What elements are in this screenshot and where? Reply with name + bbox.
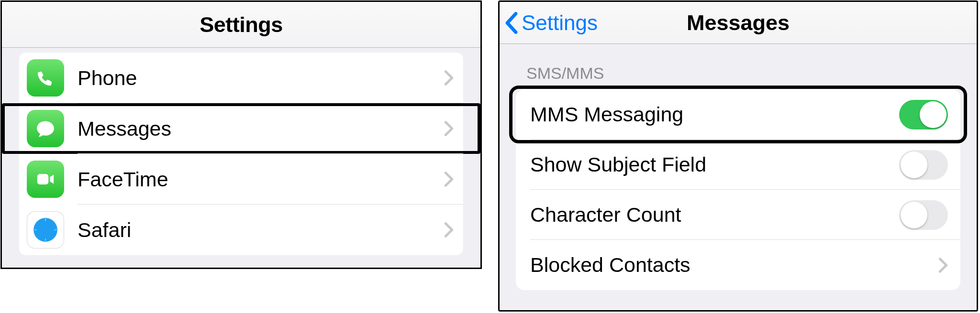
settings-row-label: Phone xyxy=(78,66,444,90)
toggle-mms-messaging[interactable] xyxy=(899,100,948,130)
chevron-right-icon xyxy=(938,257,948,273)
safari-icon xyxy=(27,211,64,248)
settings-title: Settings xyxy=(200,12,283,37)
messages-list: MMS Messaging Show Subject Field Charact… xyxy=(516,89,960,290)
toggle-character-count[interactable] xyxy=(899,200,948,230)
settings-row-safari[interactable]: Safari xyxy=(19,205,463,255)
row-character-count: Character Count xyxy=(516,190,960,240)
settings-row-messages[interactable]: Messages xyxy=(19,103,463,154)
row-label: Blocked Contacts xyxy=(530,253,938,277)
settings-titlebar: Settings xyxy=(2,2,480,48)
chevron-right-icon xyxy=(444,171,454,187)
back-button[interactable]: Settings xyxy=(504,2,598,43)
chevron-right-icon xyxy=(444,222,454,238)
chevron-left-icon xyxy=(504,12,519,34)
settings-list: Phone Messages xyxy=(19,53,463,255)
settings-row-label: FaceTime xyxy=(78,168,444,191)
messages-panel: Settings Messages SMS/MMS MMS Messaging … xyxy=(498,0,978,312)
settings-panel: Settings Phone Messages xyxy=(0,0,482,269)
row-show-subject-field: Show Subject Field xyxy=(516,140,960,190)
messages-title: Messages xyxy=(687,11,790,35)
row-label: MMS Messaging xyxy=(530,103,899,126)
toggle-show-subject-field[interactable] xyxy=(899,150,948,180)
chevron-right-icon xyxy=(444,70,454,86)
settings-row-label: Messages xyxy=(78,117,444,140)
svg-rect-0 xyxy=(37,174,48,184)
settings-row-facetime[interactable]: FaceTime xyxy=(19,154,463,205)
row-blocked-contacts[interactable]: Blocked Contacts xyxy=(516,240,960,290)
messages-icon xyxy=(27,110,64,147)
messages-titlebar: Settings Messages xyxy=(500,2,977,44)
settings-row-phone[interactable]: Phone xyxy=(19,53,463,103)
settings-row-label: Safari xyxy=(78,218,444,242)
facetime-icon xyxy=(27,161,64,198)
chevron-right-icon xyxy=(444,120,454,137)
row-label: Character Count xyxy=(530,203,899,227)
section-header-smsmms: SMS/MMS xyxy=(526,64,977,83)
back-label: Settings xyxy=(522,11,598,35)
row-mms-messaging: MMS Messaging xyxy=(516,89,960,140)
phone-icon xyxy=(27,59,64,97)
row-label: Show Subject Field xyxy=(530,153,899,176)
